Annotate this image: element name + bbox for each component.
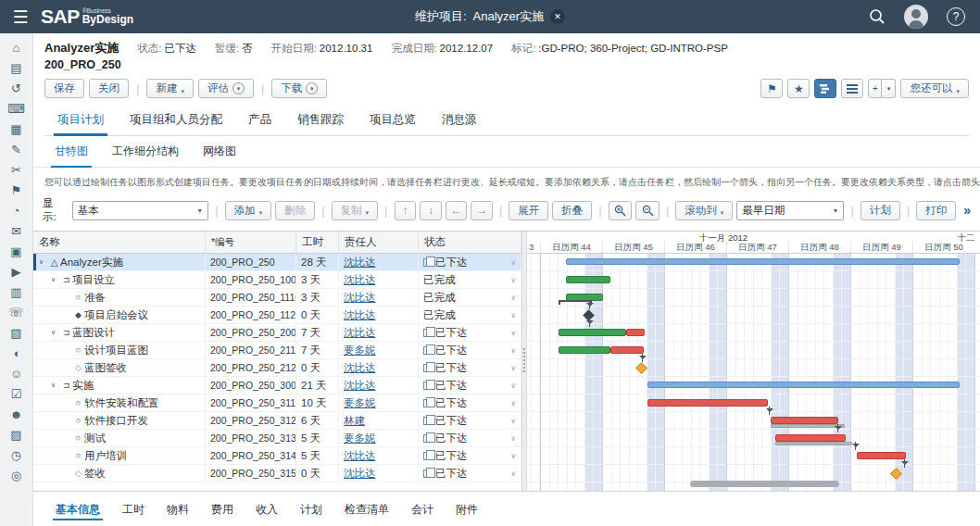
owner-link[interactable]: 沈比达 (344, 326, 376, 340)
download-button[interactable]: 下载 ▾ (271, 79, 327, 98)
table-row[interactable]: ○准备200_PRO_250_11103 天沈比达已完成∨ (33, 289, 521, 307)
person-icon[interactable]: ☺ (6, 366, 28, 382)
owner-link[interactable]: 要多妮 (344, 344, 376, 357)
share-icon[interactable] (423, 452, 431, 460)
table-row[interactable]: ◆项目启始会议200_PRO_250_11200 天沈比达已完成∨ (33, 307, 521, 324)
star-button[interactable]: ★ (787, 79, 810, 98)
gantt-bar[interactable] (647, 399, 768, 407)
gantt-bar[interactable] (566, 258, 960, 265)
owner-link[interactable]: 要多妮 (344, 396, 376, 410)
gantt-hscrollbar[interactable] (527, 481, 980, 488)
toolbar-overflow-icon[interactable]: » (963, 203, 971, 218)
tab-project-plan[interactable]: 项目计划 (44, 106, 117, 135)
milestone-marker[interactable] (635, 362, 647, 374)
share-icon[interactable] (423, 258, 431, 267)
zoom-out-icon[interactable] (635, 201, 660, 220)
status-dropdown-icon[interactable]: ∨ (510, 346, 516, 355)
indent-button[interactable]: → (471, 201, 493, 220)
gantt-bar[interactable] (559, 329, 625, 336)
share-icon[interactable] (423, 346, 431, 355)
table-row[interactable]: ○软件安装和配置200_PRO_250_311010 天要多妮已下达∨ (33, 394, 521, 412)
save-button[interactable]: 保存 (44, 79, 84, 98)
history-icon[interactable]: ↺ (6, 81, 28, 96)
desktop-icon[interactable]: ⌨ (6, 101, 28, 117)
search-icon[interactable] (869, 8, 886, 25)
owner-link[interactable]: 沈比达 (344, 308, 376, 322)
milestone-marker[interactable] (890, 468, 902, 480)
gantt-bar[interactable] (647, 382, 960, 388)
expander-icon[interactable]: ∨ (39, 258, 48, 266)
approvals-icon[interactable]: ☑ (6, 386, 28, 402)
edit-icon[interactable]: ✎ (6, 142, 28, 157)
table-row[interactable]: ◇蓝图签收200_PRO_250_21200 天沈比达已下达∨ (33, 359, 521, 377)
tab-project-overview[interactable]: 项目总览 (357, 106, 429, 135)
table-row[interactable]: ∨⊐蓝图设计200_PRO_250_20007 天沈比达已下达∨ (33, 324, 521, 342)
media-icon[interactable]: ▶ (6, 264, 28, 280)
table-row[interactable]: ◇签收200_PRO_250_31500 天沈比达已下达∨ (33, 465, 521, 482)
document-icon[interactable]: ▥ (6, 284, 28, 300)
owner-link[interactable]: 沈比达 (344, 273, 376, 287)
chat-icon[interactable]: ◖ (6, 345, 28, 361)
gantt-bar[interactable] (775, 434, 846, 442)
gantt-hscrollbar-thumb[interactable] (690, 481, 839, 487)
support-icon[interactable]: ☏ (6, 305, 28, 320)
tab-products[interactable]: 产品 (235, 106, 284, 135)
expander-icon[interactable]: ∨ (51, 276, 60, 283)
user-icon[interactable]: ☻ (6, 407, 28, 422)
expand-button[interactable]: 展开 (509, 201, 548, 220)
column-header[interactable]: 状态 (419, 232, 521, 253)
bottom-tab-work[interactable]: 工时 (111, 492, 156, 526)
status-dropdown-icon[interactable]: ∨ (510, 399, 516, 407)
gantt-bar[interactable] (559, 346, 610, 354)
bottom-tab-plan[interactable]: 计划 (289, 492, 333, 526)
status-dropdown-icon[interactable]: ∨ (510, 329, 516, 337)
home-icon[interactable]: ⌂ (6, 40, 28, 56)
column-header[interactable]: *编号 (206, 232, 296, 253)
help-icon[interactable]: ? (947, 7, 965, 26)
share-icon[interactable] (423, 399, 431, 407)
mail-icon[interactable]: ✉ (6, 223, 28, 239)
bottom-tab-checklist[interactable]: 检查清单 (333, 492, 400, 526)
chevron-down-icon[interactable]: ▾ (882, 79, 896, 98)
bottom-tab-materials[interactable]: 物料 (156, 492, 200, 526)
delete-button[interactable]: 删除 (275, 201, 315, 220)
print-button[interactable]: 打印 (916, 201, 956, 220)
bottom-tab-revenues[interactable]: 收入 (245, 492, 289, 526)
owner-link[interactable]: 沈比达 (344, 449, 376, 463)
tools-icon[interactable]: ✂ (6, 162, 28, 178)
owner-link[interactable]: 沈比达 (344, 467, 376, 481)
lab-icon[interactable]: ◔ (6, 203, 28, 219)
bottom-tab-accounting[interactable]: 会计 (400, 492, 445, 526)
add-button[interactable]: 添加 (225, 201, 272, 220)
column-header[interactable]: 工时 (296, 232, 339, 253)
status-dropdown-icon[interactable]: ∨ (510, 294, 516, 302)
feed-icon[interactable]: ▤ (6, 60, 28, 76)
table-row[interactable]: ○软件接口开发200_PRO_250_31206 天林建已下达∨ (33, 412, 521, 430)
image-icon[interactable]: ▣ (6, 244, 28, 259)
bottom-tab-attachments[interactable]: 附件 (445, 492, 489, 526)
subtab-wbs[interactable]: 工作细分结构 (100, 136, 191, 167)
tab-team-staffing[interactable]: 项目组和人员分配 (117, 106, 235, 135)
table-row[interactable]: ○设计项目蓝图200_PRO_250_21107 天要多妮已下达∨ (33, 342, 521, 359)
move-up-button[interactable]: ↑ (395, 201, 417, 220)
you-can-also-button[interactable]: 您还可以 (900, 79, 969, 98)
status-dropdown-icon[interactable]: ∨ (510, 470, 516, 478)
status-dropdown-icon[interactable]: ∨ (510, 417, 516, 425)
share-icon[interactable] (423, 434, 431, 443)
collapse-button[interactable]: 折叠 (552, 201, 592, 220)
share-icon[interactable] (423, 364, 431, 372)
plus-button[interactable]: + (868, 79, 882, 98)
move-down-button[interactable]: ↓ (420, 201, 442, 220)
tab-sales-tracking[interactable]: 销售跟踪 (284, 106, 357, 135)
gantt-view-button[interactable] (814, 79, 836, 98)
status-dropdown-icon[interactable]: ∨ (510, 276, 516, 284)
info-icon[interactable]: ◎ (6, 468, 28, 483)
gantt-bar[interactable] (771, 424, 845, 428)
flag-button[interactable]: ⚑ (760, 79, 783, 98)
display-select[interactable]: 基本 ▼ (72, 201, 209, 220)
subtab-network[interactable]: 网络图 (191, 136, 248, 167)
scroll-target-select[interactable]: 最早日期 ▼ (736, 201, 844, 220)
bottom-tab-basic-info[interactable]: 基本信息 (44, 492, 111, 526)
gantt-bar[interactable] (566, 276, 610, 283)
share-icon[interactable] (423, 470, 431, 478)
